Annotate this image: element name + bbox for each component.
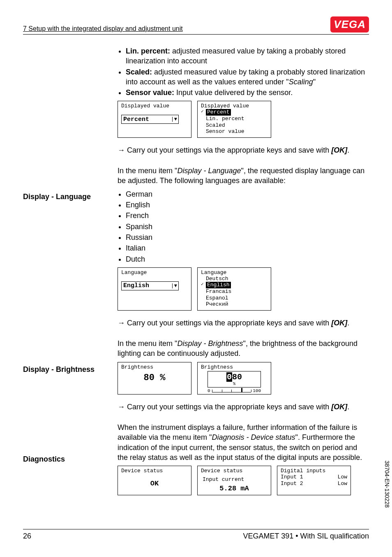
option[interactable]: Espanol [201,295,267,302]
language-list: German English French Spanish Russian It… [118,189,369,264]
option-selected[interactable]: English [201,282,267,288]
list-item: Lin. percent: adjusted measured value by… [126,46,369,66]
brightness-value: 80 % [121,373,188,383]
list-item: German [126,189,369,199]
page-footer: 26 VEGAMET 391 • With SIL qualification [23,529,369,541]
screen-title: Digital inputs [281,468,347,474]
list-item: Sensor value: Input value delivered by t… [126,88,369,97]
lcd-screen: Displayed value Percent Lin. percent Sca… [197,101,271,137]
displayed-value-screens: Displayed value Percent ▼ Displayed valu… [118,101,369,137]
list-item: Italian [126,243,369,253]
screen-title: Brightness [121,364,188,370]
option[interactable]: Francais [201,288,267,295]
page-number: 26 [23,532,31,541]
screen-title: Language [121,269,188,276]
lcd-screen: Language English ▼ [118,267,191,311]
language-screens: Language English ▼ Language Deutsch Engl… [118,267,369,311]
brightness-intro: In the menu item "Display - Brightness",… [118,339,369,359]
list-item: English [126,200,369,210]
dropdown-language[interactable]: English ▼ [121,281,179,290]
displayed-value-bullets: Lin. percent: adjusted measured value by… [118,46,369,97]
section-label-language: Display - Language [23,193,91,201]
lcd-screen: Digital inputs Input 1Low Input 2Low [277,466,351,495]
action-carry-out: Carry out your settings via the appropri… [126,318,369,328]
list-item: Dutch [126,254,369,264]
option[interactable]: Deutsch [201,276,267,282]
language-intro: In the menu item "Display - Language", t… [118,166,369,186]
option[interactable]: Lin. percent [201,116,267,122]
digital-input-row: Input 1Low [281,474,347,480]
screen-title: Brightness [201,364,267,370]
lcd-screen: Brightness 80 % [118,362,191,395]
option-selected[interactable]: Percent [201,109,267,116]
dropdown-percent[interactable]: Percent ▼ [121,115,179,124]
section-heading: 7 Setup with the integrated display and … [23,25,183,32]
chevron-down-icon: ▼ [172,117,177,122]
brightness-scale: 0 100 [208,388,261,393]
chevron-down-icon: ▼ [172,283,177,288]
action-carry-out: Carry out your settings via the appropri… [126,402,369,412]
list-item: Scaled: adjusted measured value by takin… [126,67,369,87]
list-item: French [126,211,369,220]
diagnostics-text: When the instrument displays a failure, … [118,422,369,462]
option[interactable]: Scaled [201,122,267,129]
screen-title: Device status [201,468,267,474]
section-label-diagnostics: Diagnostics [23,455,65,464]
brand-logo: VEGA [330,16,369,32]
lcd-screen: Device status OK [118,466,191,495]
action-carry-out: Carry out your settings via the appropri… [126,145,369,155]
document-code: 38704-EN-130228 [384,461,390,508]
screen-title: Displayed value [201,103,267,109]
brightness-screens: Brightness 80 % Brightness 080 % 0 [118,362,369,395]
screen-title: Language [201,269,267,276]
lcd-screen: Device status Input current 5.28 mA [197,466,271,495]
diagnostics-screens: Device status OK Device status Input cur… [118,466,369,495]
section-label-brightness: Display - Brightness [23,365,95,374]
lcd-screen: Brightness 080 % 0 100 [197,362,271,395]
input-current-label: Input current [201,476,267,483]
input-current-value: 5.28 mA [201,485,267,492]
digital-input-row: Input 2Low [281,480,347,487]
page-header: 7 Setup with the integrated display and … [23,16,369,35]
lcd-screen: Language Deutsch English Francais Espano… [197,267,271,311]
list-item: Russian [126,232,369,242]
device-status-value: OK [121,480,188,487]
product-name: VEGAMET 391 • With SIL qualification [243,532,369,541]
option[interactable]: Рческий [201,301,267,308]
list-item: Spanish [126,222,369,232]
option[interactable]: Sensor value [201,128,267,135]
screen-title: Device status [121,468,188,474]
screen-title: Displayed value [121,103,188,109]
lcd-screen: Displayed value Percent ▼ [118,101,191,137]
brightness-editor[interactable]: 080 % [208,371,261,388]
